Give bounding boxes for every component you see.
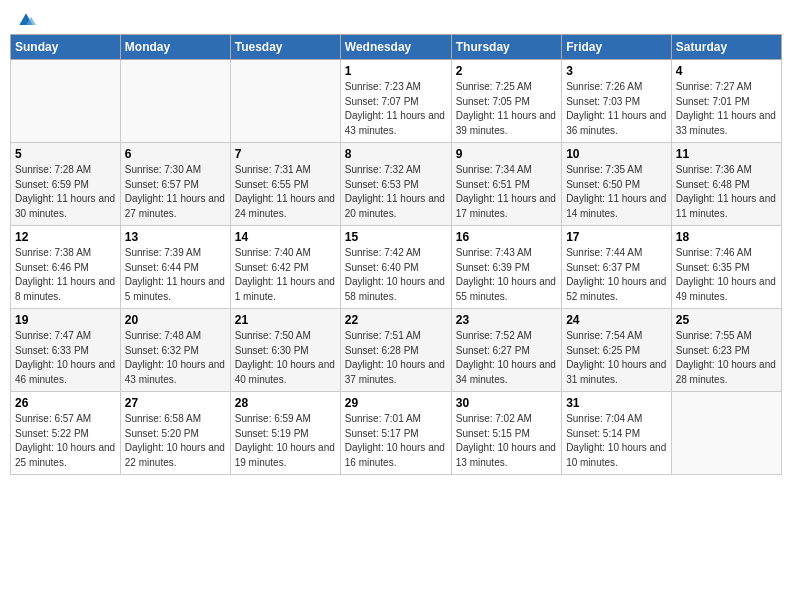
day-info: Sunrise: 7:40 AM Sunset: 6:42 PM Dayligh…: [235, 246, 336, 304]
day-number: 29: [345, 396, 447, 410]
calendar-cell: [671, 392, 781, 475]
day-number: 5: [15, 147, 116, 161]
day-number: 21: [235, 313, 336, 327]
day-info: Sunrise: 7:32 AM Sunset: 6:53 PM Dayligh…: [345, 163, 447, 221]
calendar-cell: 12Sunrise: 7:38 AM Sunset: 6:46 PM Dayli…: [11, 226, 121, 309]
calendar-table: SundayMondayTuesdayWednesdayThursdayFrid…: [10, 34, 782, 475]
day-info: Sunrise: 7:48 AM Sunset: 6:32 PM Dayligh…: [125, 329, 226, 387]
calendar-cell: 21Sunrise: 7:50 AM Sunset: 6:30 PM Dayli…: [230, 309, 340, 392]
day-number: 25: [676, 313, 777, 327]
day-number: 9: [456, 147, 557, 161]
calendar-cell: 25Sunrise: 7:55 AM Sunset: 6:23 PM Dayli…: [671, 309, 781, 392]
day-info: Sunrise: 7:34 AM Sunset: 6:51 PM Dayligh…: [456, 163, 557, 221]
day-info: Sunrise: 6:58 AM Sunset: 5:20 PM Dayligh…: [125, 412, 226, 470]
calendar-cell: 30Sunrise: 7:02 AM Sunset: 5:15 PM Dayli…: [451, 392, 561, 475]
day-number: 17: [566, 230, 667, 244]
day-number: 26: [15, 396, 116, 410]
day-info: Sunrise: 7:02 AM Sunset: 5:15 PM Dayligh…: [456, 412, 557, 470]
calendar-cell: 8Sunrise: 7:32 AM Sunset: 6:53 PM Daylig…: [340, 143, 451, 226]
day-info: Sunrise: 6:59 AM Sunset: 5:19 PM Dayligh…: [235, 412, 336, 470]
calendar-cell: 17Sunrise: 7:44 AM Sunset: 6:37 PM Dayli…: [562, 226, 672, 309]
day-number: 7: [235, 147, 336, 161]
day-number: 11: [676, 147, 777, 161]
calendar-cell: 1Sunrise: 7:23 AM Sunset: 7:07 PM Daylig…: [340, 60, 451, 143]
day-number: 13: [125, 230, 226, 244]
day-number: 27: [125, 396, 226, 410]
day-info: Sunrise: 7:46 AM Sunset: 6:35 PM Dayligh…: [676, 246, 777, 304]
calendar-cell: 9Sunrise: 7:34 AM Sunset: 6:51 PM Daylig…: [451, 143, 561, 226]
calendar-cell: 20Sunrise: 7:48 AM Sunset: 6:32 PM Dayli…: [120, 309, 230, 392]
day-info: Sunrise: 7:50 AM Sunset: 6:30 PM Dayligh…: [235, 329, 336, 387]
calendar-cell: 3Sunrise: 7:26 AM Sunset: 7:03 PM Daylig…: [562, 60, 672, 143]
day-info: Sunrise: 7:36 AM Sunset: 6:48 PM Dayligh…: [676, 163, 777, 221]
day-info: Sunrise: 7:55 AM Sunset: 6:23 PM Dayligh…: [676, 329, 777, 387]
day-info: Sunrise: 7:43 AM Sunset: 6:39 PM Dayligh…: [456, 246, 557, 304]
calendar-cell: 29Sunrise: 7:01 AM Sunset: 5:17 PM Dayli…: [340, 392, 451, 475]
calendar-cell: 28Sunrise: 6:59 AM Sunset: 5:19 PM Dayli…: [230, 392, 340, 475]
calendar-cell: 11Sunrise: 7:36 AM Sunset: 6:48 PM Dayli…: [671, 143, 781, 226]
day-header-friday: Friday: [562, 35, 672, 60]
day-number: 31: [566, 396, 667, 410]
day-info: Sunrise: 7:52 AM Sunset: 6:27 PM Dayligh…: [456, 329, 557, 387]
calendar-cell: 7Sunrise: 7:31 AM Sunset: 6:55 PM Daylig…: [230, 143, 340, 226]
day-info: Sunrise: 7:54 AM Sunset: 6:25 PM Dayligh…: [566, 329, 667, 387]
day-number: 28: [235, 396, 336, 410]
calendar-cell: 24Sunrise: 7:54 AM Sunset: 6:25 PM Dayli…: [562, 309, 672, 392]
day-number: 12: [15, 230, 116, 244]
day-header-sunday: Sunday: [11, 35, 121, 60]
day-header-thursday: Thursday: [451, 35, 561, 60]
day-number: 3: [566, 64, 667, 78]
calendar-cell: 15Sunrise: 7:42 AM Sunset: 6:40 PM Dayli…: [340, 226, 451, 309]
calendar-cell: 6Sunrise: 7:30 AM Sunset: 6:57 PM Daylig…: [120, 143, 230, 226]
day-info: Sunrise: 7:26 AM Sunset: 7:03 PM Dayligh…: [566, 80, 667, 138]
calendar-cell: 27Sunrise: 6:58 AM Sunset: 5:20 PM Dayli…: [120, 392, 230, 475]
day-header-wednesday: Wednesday: [340, 35, 451, 60]
calendar-cell: 22Sunrise: 7:51 AM Sunset: 6:28 PM Dayli…: [340, 309, 451, 392]
day-info: Sunrise: 7:47 AM Sunset: 6:33 PM Dayligh…: [15, 329, 116, 387]
calendar-cell: 4Sunrise: 7:27 AM Sunset: 7:01 PM Daylig…: [671, 60, 781, 143]
day-number: 24: [566, 313, 667, 327]
day-info: Sunrise: 7:38 AM Sunset: 6:46 PM Dayligh…: [15, 246, 116, 304]
day-info: Sunrise: 7:23 AM Sunset: 7:07 PM Dayligh…: [345, 80, 447, 138]
day-info: Sunrise: 7:28 AM Sunset: 6:59 PM Dayligh…: [15, 163, 116, 221]
day-number: 23: [456, 313, 557, 327]
calendar-cell: 23Sunrise: 7:52 AM Sunset: 6:27 PM Dayli…: [451, 309, 561, 392]
day-info: Sunrise: 7:44 AM Sunset: 6:37 PM Dayligh…: [566, 246, 667, 304]
calendar-cell: 2Sunrise: 7:25 AM Sunset: 7:05 PM Daylig…: [451, 60, 561, 143]
day-header-tuesday: Tuesday: [230, 35, 340, 60]
calendar-cell: [120, 60, 230, 143]
calendar-cell: 13Sunrise: 7:39 AM Sunset: 6:44 PM Dayli…: [120, 226, 230, 309]
day-number: 30: [456, 396, 557, 410]
day-number: 14: [235, 230, 336, 244]
day-number: 20: [125, 313, 226, 327]
day-number: 15: [345, 230, 447, 244]
day-info: Sunrise: 7:35 AM Sunset: 6:50 PM Dayligh…: [566, 163, 667, 221]
calendar-cell: 26Sunrise: 6:57 AM Sunset: 5:22 PM Dayli…: [11, 392, 121, 475]
day-info: Sunrise: 7:51 AM Sunset: 6:28 PM Dayligh…: [345, 329, 447, 387]
day-number: 6: [125, 147, 226, 161]
calendar-cell: 10Sunrise: 7:35 AM Sunset: 6:50 PM Dayli…: [562, 143, 672, 226]
day-number: 19: [15, 313, 116, 327]
calendar-cell: 18Sunrise: 7:46 AM Sunset: 6:35 PM Dayli…: [671, 226, 781, 309]
day-number: 18: [676, 230, 777, 244]
day-number: 22: [345, 313, 447, 327]
day-info: Sunrise: 7:01 AM Sunset: 5:17 PM Dayligh…: [345, 412, 447, 470]
day-info: Sunrise: 7:27 AM Sunset: 7:01 PM Dayligh…: [676, 80, 777, 138]
calendar-cell: 16Sunrise: 7:43 AM Sunset: 6:39 PM Dayli…: [451, 226, 561, 309]
day-number: 10: [566, 147, 667, 161]
calendar-cell: 19Sunrise: 7:47 AM Sunset: 6:33 PM Dayli…: [11, 309, 121, 392]
day-number: 2: [456, 64, 557, 78]
calendar-cell: [230, 60, 340, 143]
page-header: [10, 10, 782, 26]
day-info: Sunrise: 7:42 AM Sunset: 6:40 PM Dayligh…: [345, 246, 447, 304]
day-number: 8: [345, 147, 447, 161]
day-header-monday: Monday: [120, 35, 230, 60]
logo-icon: [16, 10, 36, 30]
day-number: 4: [676, 64, 777, 78]
day-info: Sunrise: 6:57 AM Sunset: 5:22 PM Dayligh…: [15, 412, 116, 470]
calendar-cell: 14Sunrise: 7:40 AM Sunset: 6:42 PM Dayli…: [230, 226, 340, 309]
calendar-cell: 31Sunrise: 7:04 AM Sunset: 5:14 PM Dayli…: [562, 392, 672, 475]
calendar-cell: 5Sunrise: 7:28 AM Sunset: 6:59 PM Daylig…: [11, 143, 121, 226]
day-number: 1: [345, 64, 447, 78]
calendar-cell: [11, 60, 121, 143]
